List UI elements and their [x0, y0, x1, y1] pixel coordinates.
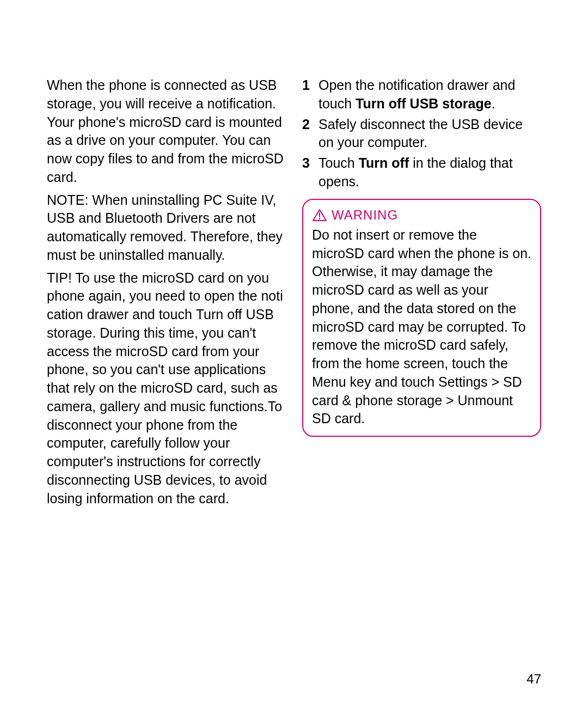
warning-header: WARNING — [312, 206, 531, 224]
page-number: 47 — [526, 672, 541, 687]
step-pre: Touch — [318, 155, 359, 170]
left-column: When the phone is connected as USB stora… — [47, 76, 286, 693]
step-post: . — [492, 96, 495, 111]
step-text: Safely disconnect the USB device on your… — [318, 115, 541, 152]
step-text: Touch Turn off in the dialog that opens. — [318, 154, 541, 191]
step-bold: Turn off USB storage — [356, 96, 492, 111]
step-1: 1 Open the notification drawer and touch… — [302, 76, 541, 113]
step-3: 3 Touch Turn off in the dialog that open… — [302, 154, 541, 191]
warning-body: Do not insert or remove the microSD card… — [312, 226, 531, 428]
step-pre: Safely disconnect the USB device on your… — [318, 117, 523, 150]
note-paragraph: NOTE: When uninstalling PC Suite IV, USB… — [47, 191, 286, 265]
warning-icon — [312, 209, 327, 222]
note-label: NOTE: — [47, 192, 88, 208]
warning-box: WARNING Do not insert or remove the micr… — [302, 199, 541, 437]
warning-p2: key and touch — [346, 374, 439, 389]
step-2: 2 Safely disconnect the USB device on yo… — [302, 115, 541, 152]
step-number: 2 — [302, 115, 318, 152]
step-bold: Turn off — [359, 155, 409, 170]
svg-point-1 — [319, 218, 321, 219]
intro-paragraph: When the phone is connected as USB stora… — [47, 76, 286, 187]
right-column: 1 Open the notification drawer and touch… — [302, 76, 541, 693]
tip-paragraph: TIP! To use the microSD card on you phon… — [47, 269, 286, 508]
tip-rest: During this time, you can't access the m… — [47, 325, 282, 506]
warning-label: WARNING — [332, 206, 398, 224]
tip-label: TIP! — [47, 270, 72, 285]
step-number: 3 — [302, 154, 318, 191]
step-number: 1 — [302, 76, 318, 113]
warning-p1: Do not insert or remove the microSD card… — [312, 227, 531, 371]
step-text: Open the notification drawer and touch T… — [318, 76, 541, 113]
warning-menu: Menu — [312, 374, 346, 389]
